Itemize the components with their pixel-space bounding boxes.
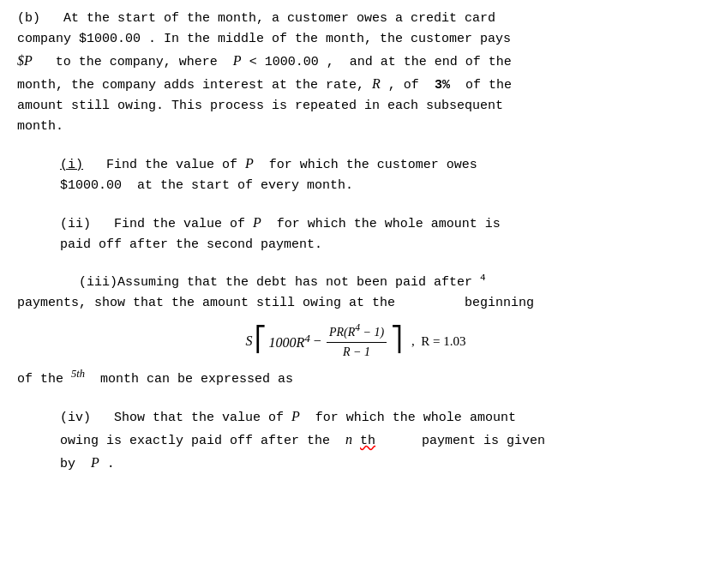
part-iii-line1: (iii)Assuming that the debt has not been…: [17, 271, 694, 293]
exp-4: 4: [480, 273, 486, 283]
p-var-iv: P: [291, 409, 300, 423]
r-variable: R: [372, 76, 381, 91]
part-iii-line3: of the 5th month can be expressed as: [17, 365, 694, 390]
part-b-line4: month, the company adds interest at the …: [17, 73, 694, 96]
p-bound: 1000.00: [265, 55, 319, 69]
part-iv-label: (iv): [60, 411, 91, 425]
part-b-line5: amount still owing. This process is repe…: [17, 96, 694, 117]
part-iv-line2: owing is exactly paid off after the n th…: [60, 429, 694, 452]
part-i-paragraph: (i) Find the value of P for which the cu…: [17, 153, 694, 196]
sp-label: $P: [17, 53, 33, 68]
part-ii-line2: paid off after the second payment.: [60, 235, 694, 255]
p-var-ii: P: [253, 215, 261, 230]
part-ii-paragraph: (ii) Find the value of P for which the w…: [17, 212, 694, 255]
part-iii-paragraph: (iii)Assuming that the debt has not been…: [17, 271, 694, 390]
math-1000R4: 1000R4: [268, 329, 309, 354]
part-b-line3: $P to the company, where P < 1000.00 , a…: [17, 50, 694, 73]
big-bracket-right: ⎤: [389, 329, 404, 353]
fraction-numerator: PR(R4 − 1): [327, 321, 387, 343]
part-iv-line1: (iv) Show that the value of P for which …: [60, 405, 694, 429]
5th-superscript: 5th: [71, 368, 85, 380]
main-content: (b) At the start of the month, a custome…: [17, 9, 694, 475]
part-iv-line3: by P .: [60, 452, 694, 475]
n-var: n: [345, 432, 352, 447]
nth-label: th: [360, 434, 375, 448]
big-bracket-left: ⎡: [254, 329, 268, 353]
part-b-paragraph: (b) At the start of the month, a custome…: [17, 9, 694, 137]
p-variable: P: [233, 53, 242, 68]
part-ii-label: (ii): [60, 217, 91, 231]
part-b-line1: (b) At the start of the month, a custome…: [17, 9, 694, 29]
r-equals: , R = 1.03: [411, 331, 465, 351]
part-iii-line2: payments, show that the amount still owi…: [17, 293, 694, 314]
p-var-i: P: [245, 156, 254, 171]
part-b-line2: company $1000.00 . In the middle of the …: [17, 29, 694, 50]
part-i-label: (i): [60, 158, 83, 172]
value-1000: $1000.00: [79, 32, 141, 46]
part-i-line1: (i) Find the value of P for which the cu…: [60, 153, 694, 176]
math-fraction: PR(R4 − 1) R − 1: [327, 321, 387, 362]
part-iv-paragraph: (iv) Show that the value of P for which …: [17, 405, 694, 475]
part-i-line2: $1000.00 at the start of every month.: [60, 176, 694, 196]
part-b-label: (b): [17, 11, 40, 26]
fraction-denominator: R − 1: [340, 343, 373, 362]
math-s: S: [246, 330, 253, 352]
math-expression-row: S ⎡ 1000R4 − PR(R4 − 1) R − 1 ⎤ , R = 1.…: [17, 321, 694, 362]
p-var-iv2: P: [91, 455, 99, 470]
math-minus-sign: −: [314, 330, 321, 352]
lt-sign: <: [249, 55, 257, 69]
part-ii-line1: (ii) Find the value of P for which the w…: [60, 212, 694, 235]
value-1000-i: $1000.00: [60, 178, 122, 193]
rate-value: 3%: [435, 78, 450, 93]
part-b-line6: month.: [17, 117, 694, 137]
